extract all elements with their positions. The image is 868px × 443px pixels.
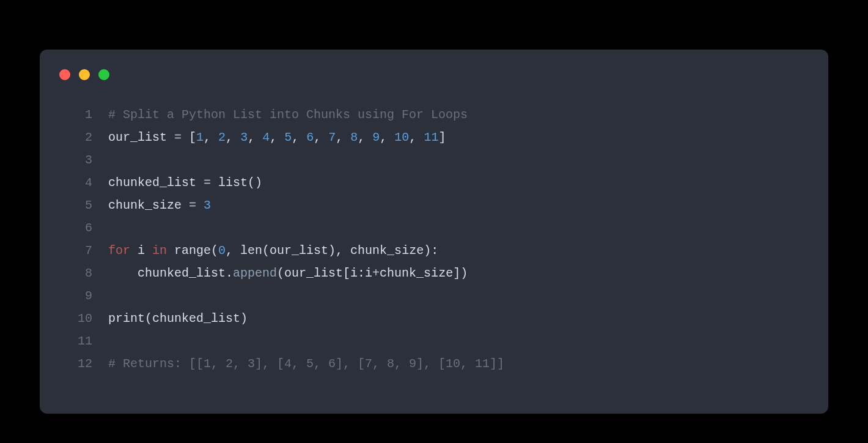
token-default: chunked_list <box>108 176 204 190</box>
line-number: 12 <box>64 352 108 375</box>
code-content: # Split a Python List into Chunks using … <box>108 103 468 126</box>
code-content: chunked_list.append(our_list[i:i+chunk_s… <box>108 262 468 285</box>
token-keyword: for <box>108 244 130 258</box>
token-default: (our_list[i:i <box>277 266 372 280</box>
code-panel: 1# Split a Python List into Chunks using… <box>40 50 828 414</box>
token-default: , <box>204 130 218 144</box>
token-keyword: in <box>152 244 167 258</box>
line-number: 5 <box>64 194 108 217</box>
token-default <box>196 198 204 212</box>
line-number: 8 <box>64 262 108 285</box>
code-content: # Returns: [[1, 2, 3], [4, 5, 6], [7, 8,… <box>108 352 504 375</box>
line-number: 1 <box>64 103 108 126</box>
token-default: , <box>226 130 240 144</box>
line-number: 6 <box>64 217 108 239</box>
code-line: 4chunked_list = list() <box>64 171 804 194</box>
token-default: , <box>409 130 424 144</box>
token-default: , <box>380 130 394 144</box>
code-line: 9 <box>64 285 804 307</box>
line-number: 4 <box>64 171 108 194</box>
window-controls <box>59 69 109 80</box>
token-default: chunk_size <box>108 198 189 212</box>
code-block: 1# Split a Python List into Chunks using… <box>64 103 804 375</box>
token-num: 7 <box>328 130 336 144</box>
token-default: , <box>358 130 372 144</box>
token-default: range( <box>167 244 218 258</box>
code-content: print(chunked_list) <box>108 307 248 330</box>
code-line: 12# Returns: [[1, 2, 3], [4, 5, 6], [7, … <box>64 352 804 375</box>
token-default: i <box>130 244 152 258</box>
token-default: chunk_size]) <box>380 266 468 280</box>
token-num: 3 <box>204 198 211 212</box>
token-default: (chunked_list) <box>145 311 248 326</box>
token-comment: # Returns: [[1, 2, 3], [4, 5, 6], [7, 8,… <box>108 357 504 371</box>
token-op: = <box>174 130 182 144</box>
line-number: 10 <box>64 307 108 330</box>
token-default: , <box>270 130 284 144</box>
token-num: 9 <box>372 130 380 144</box>
token-default: , <box>314 130 328 144</box>
token-default: , len(our_list), chunk_size): <box>226 244 438 258</box>
token-default: [ <box>182 130 196 144</box>
line-number: 7 <box>64 239 108 262</box>
token-num: 1 <box>196 130 204 144</box>
token-default: print <box>108 311 145 326</box>
token-num: 2 <box>218 130 226 144</box>
line-number: 2 <box>64 126 108 149</box>
token-num: 6 <box>306 130 314 144</box>
code-line: 3 <box>64 149 804 171</box>
token-default: our_list <box>108 130 174 144</box>
token-op: = <box>189 198 196 212</box>
line-number: 3 <box>64 149 108 171</box>
code-line: 8 chunked_list.append(our_list[i:i+chunk… <box>64 262 804 285</box>
code-content: chunked_list = list() <box>108 171 262 194</box>
close-icon[interactable] <box>59 69 70 80</box>
token-op: + <box>372 266 380 280</box>
line-number: 11 <box>64 330 108 352</box>
minimize-icon[interactable] <box>79 69 90 80</box>
code-line: 2our_list = [1, 2, 3, 4, 5, 6, 7, 8, 9, … <box>64 126 804 149</box>
token-num: 0 <box>218 244 226 258</box>
token-default: , <box>336 130 350 144</box>
token-num: 11 <box>424 130 438 144</box>
code-content: for i in range(0, len(our_list), chunk_s… <box>108 239 438 262</box>
code-line: 1# Split a Python List into Chunks using… <box>64 103 804 126</box>
code-line: 10print(chunked_list) <box>64 307 804 330</box>
token-op: = <box>204 176 211 190</box>
code-line: 5chunk_size = 3 <box>64 194 804 217</box>
token-default: , <box>292 130 306 144</box>
maximize-icon[interactable] <box>98 69 109 80</box>
token-default: chunked_list. <box>108 266 233 280</box>
token-num: 4 <box>262 130 270 144</box>
code-content: chunk_size = 3 <box>108 194 211 217</box>
token-num: 10 <box>394 130 409 144</box>
token-default: , <box>248 130 262 144</box>
token-method: append <box>233 266 277 280</box>
code-content: our_list = [1, 2, 3, 4, 5, 6, 7, 8, 9, 1… <box>108 126 446 149</box>
line-number: 9 <box>64 285 108 307</box>
code-line: 7for i in range(0, len(our_list), chunk_… <box>64 239 804 262</box>
token-default: ] <box>438 130 446 144</box>
token-num: 3 <box>240 130 248 144</box>
token-num: 8 <box>350 130 358 144</box>
code-line: 11 <box>64 330 804 352</box>
code-line: 6 <box>64 217 804 239</box>
token-default: list() <box>211 176 262 190</box>
token-comment: # Split a Python List into Chunks using … <box>108 108 468 122</box>
token-num: 5 <box>284 130 292 144</box>
